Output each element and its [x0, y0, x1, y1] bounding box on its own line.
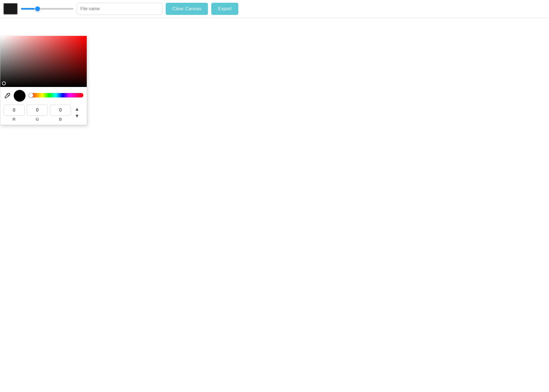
- rgb-inputs-row: 0 R 0 G 0 B ▲ ▼: [0, 103, 87, 122]
- eyedropper-icon[interactable]: [4, 92, 11, 99]
- rgb-mode-toggle[interactable]: ▲ ▼: [73, 105, 81, 119]
- picker-controls-row: [0, 87, 87, 103]
- export-button[interactable]: Export: [211, 3, 238, 15]
- color-gradient-picker[interactable]: [0, 36, 87, 87]
- canvas-area[interactable]: 0 R 0 G 0 B ▲ ▼: [0, 18, 549, 392]
- hue-slider[interactable]: [28, 93, 83, 97]
- r-input[interactable]: 0: [4, 105, 25, 116]
- b-input[interactable]: 0: [50, 105, 71, 116]
- file-name-input[interactable]: [77, 3, 162, 15]
- g-label: G: [36, 117, 39, 121]
- color-picker-popup: 0 R 0 G 0 B ▲ ▼: [0, 36, 87, 125]
- r-label: R: [13, 117, 16, 121]
- color-swatch-button[interactable]: [3, 3, 18, 15]
- b-field-wrap: 0 B: [50, 105, 71, 121]
- b-label: B: [59, 117, 62, 121]
- r-field-wrap: 0 R: [4, 105, 25, 121]
- g-input[interactable]: 0: [27, 105, 48, 116]
- hue-slider-wrap: [28, 93, 83, 99]
- chevron-up-icon: ▲: [75, 106, 80, 112]
- clear-canvas-button[interactable]: Clear Canvas: [166, 3, 208, 15]
- gradient-cursor: [2, 81, 6, 85]
- brush-size-control: [21, 8, 73, 10]
- chevron-down-icon: ▼: [75, 113, 80, 119]
- color-preview-circle: [14, 90, 26, 102]
- brush-size-slider[interactable]: [21, 8, 73, 10]
- toolbar: Clear Canvas Export: [0, 0, 549, 18]
- g-field-wrap: 0 G: [27, 105, 48, 121]
